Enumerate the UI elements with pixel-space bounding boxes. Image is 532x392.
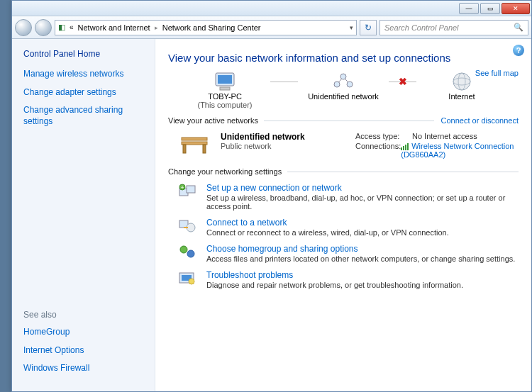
sidebar-windows-firewall[interactable]: Windows Firewall [23,363,143,374]
map-node2-label: Unidentified network [308,92,379,101]
setting-0-desc: Set up a wireless, broadband, dial-up, a… [206,194,519,211]
network-icon [331,71,356,92]
change-hdr-label: Change your networking settings [168,167,282,176]
svg-rect-1 [218,75,232,84]
access-type-value: No Internet access [412,132,477,140]
svg-point-4 [347,82,353,87]
troubleshoot-icon [178,270,198,287]
computer-icon [212,71,238,92]
content-area: Control Panel Home Manage wireless netwo… [12,39,531,391]
active-network-item: Unidentified network Public network Acce… [178,132,519,160]
setting-connect-network[interactable]: Connect to a network Connect or reconnec… [178,218,519,237]
setting-1-title[interactable]: Connect to a network [206,218,449,228]
setting-3-desc: Diagnose and repair network problems, or… [206,281,463,289]
map-node-network[interactable]: Unidentified network [301,71,386,109]
connection-link[interactable]: Wireless Network Connection (DG860AA2) [401,142,519,159]
network-name: Unidentified network [221,132,355,142]
setting-setup-connection[interactable]: + Set up a new connection or network Set… [178,183,519,211]
signal-icon [401,143,409,150]
svg-rect-12 [182,142,207,145]
svg-point-5 [340,74,346,79]
see-full-map-link[interactable]: See full map [475,69,519,77]
address-bar[interactable]: ◧ « Network and Internet ▸ Network and S… [55,20,357,35]
close-button[interactable]: ✕ [501,3,530,14]
breadcrumb-2[interactable]: Network and Sharing Center [162,23,261,32]
breadcrumb-dropdown-icon[interactable]: ▾ [350,24,353,31]
nav-forward-button[interactable] [35,19,52,36]
sidebar-home[interactable]: Control Panel Home [23,49,143,59]
network-map: TOBY-PC (This computer) Unidentified net… [168,71,519,109]
help-icon[interactable]: ? [513,45,524,56]
breadcrumb-back[interactable]: « [70,23,74,31]
map-node1-sub: (This computer) [197,101,252,109]
setup-connection-icon: + [178,183,198,200]
navbar: ◧ « Network and Internet ▸ Network and S… [12,16,531,39]
bench-icon [178,132,211,157]
connect-disconnect-link[interactable]: Connect or disconnect [441,116,519,125]
globe-icon [449,71,475,92]
breadcrumb-1[interactable]: Network and Internet [78,23,150,32]
page-title: View your basic network information and … [168,52,519,64]
svg-line-7 [345,79,348,82]
setting-2-title[interactable]: Choose homegroup and sharing options [206,244,515,254]
network-type: Public network [221,142,355,150]
chevron-right-icon: ▸ [155,24,158,31]
svg-line-6 [338,79,342,82]
sidebar-internet-options[interactable]: Internet Options [23,345,143,357]
sidebar-homegroup[interactable]: HomeGroup [23,327,143,338]
map-node3-label: Internet [448,92,475,101]
sidebar: Control Panel Home Manage wireless netwo… [12,39,155,391]
svg-text:+: + [181,184,184,191]
setting-0-title[interactable]: Set up a new connection or network [206,183,519,193]
map-node-this-computer[interactable]: TOBY-PC (This computer) [182,71,267,109]
svg-point-3 [334,82,340,87]
svg-point-22 [187,250,194,257]
svg-point-25 [189,279,194,284]
svg-rect-16 [187,186,195,193]
nav-back-button[interactable] [15,19,32,36]
window-frame: — ▭ ✕ ◧ « Network and Internet ▸ Network… [11,0,532,392]
sidebar-change-advanced[interactable]: Change advanced sharing settings [23,105,143,127]
map-node1-label: TOBY-PC [208,92,242,101]
settings-list: + Set up a new connection or network Set… [168,183,519,289]
main-panel: ? View your basic network information an… [155,39,531,391]
control-panel-icon: ◧ [58,23,65,32]
sidebar-manage-wireless[interactable]: Manage wireless networks [23,69,143,80]
refresh-button[interactable]: ↻ [360,20,377,35]
map-line-1 [270,82,298,82]
setting-homegroup[interactable]: Choose homegroup and sharing options Acc… [178,244,519,263]
active-networks-header: View your active networks Connect or dis… [168,116,519,125]
svg-rect-13 [183,145,186,153]
svg-point-8 [453,73,470,90]
setting-2-desc: Access files and printers located on oth… [206,254,515,263]
connection-name: Wireless Network Connection (DG860AA2) [401,142,514,159]
setting-troubleshoot[interactable]: Troubleshoot problems Diagnose and repai… [178,270,519,289]
search-placeholder: Search Control Panel [384,23,459,32]
sidebar-seealso-label: See also [23,310,143,320]
minimize-button[interactable]: — [459,3,479,14]
svg-rect-11 [182,138,207,140]
titlebar: — ▭ ✕ [12,1,531,16]
map-line-2-broken [389,82,416,82]
svg-rect-2 [220,87,230,90]
svg-point-21 [180,246,187,253]
search-icon[interactable]: 🔍 [514,23,523,32]
connect-network-icon [178,218,198,235]
setting-1-desc: Connect or reconnect to a wireless, wire… [206,228,449,237]
setting-3-title[interactable]: Troubleshoot problems [206,270,463,280]
active-hdr-label: View your active networks [168,116,258,125]
homegroup-icon [178,244,198,261]
search-box[interactable]: Search Control Panel 🔍 [379,20,528,35]
connections-label: Connections: [355,142,401,159]
sidebar-change-adapter[interactable]: Change adapter settings [23,87,143,99]
change-settings-header: Change your networking settings [168,167,519,176]
svg-rect-14 [203,145,206,153]
access-type-label: Access type: [355,132,412,140]
maximize-button[interactable]: ▭ [480,3,500,14]
